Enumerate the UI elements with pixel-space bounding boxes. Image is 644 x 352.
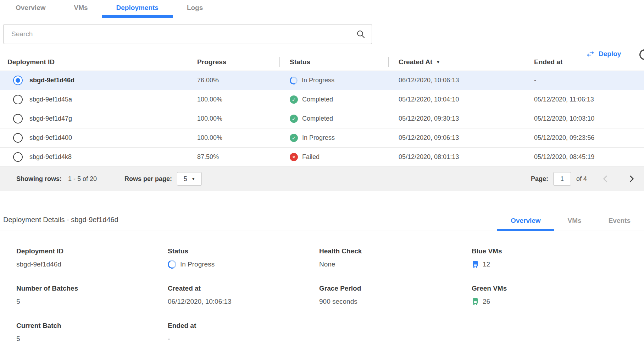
detail-field-grace-period: Grace Period 900 seconds bbox=[319, 285, 472, 306]
table-row[interactable]: sbgd-9ef1d4k8 87.50% Failed 05/12/2020, … bbox=[0, 148, 644, 167]
next-page-button[interactable] bbox=[624, 172, 638, 186]
table-row[interactable]: sbgd-9ef1d400 100.00% In Progress 05/12/… bbox=[0, 128, 644, 148]
detail-field-blue-vms: Blue VMs 12 bbox=[472, 247, 644, 269]
detail-field-label: Blue VMs bbox=[472, 247, 644, 255]
detail-field-health-check: Health Check None bbox=[319, 247, 472, 269]
column-label: Ended at bbox=[534, 58, 562, 66]
detail-field-text: sbgd-9ef1d46d bbox=[16, 260, 61, 268]
status-value: Completed bbox=[302, 96, 333, 103]
row-radio[interactable] bbox=[13, 152, 23, 162]
column-header-status[interactable]: Status bbox=[279, 53, 388, 71]
detail-field-value: In Progress bbox=[168, 260, 319, 269]
detail-field-label: Number of Batches bbox=[16, 285, 168, 292]
row-radio[interactable] bbox=[13, 95, 23, 104]
detail-field-label: Deployment ID bbox=[16, 247, 168, 255]
details-tabs: OverviewVMsEvents bbox=[497, 217, 644, 231]
details-header: Deployment Details - sbgd-9ef1d46d Overv… bbox=[0, 212, 644, 231]
column-header-progress[interactable]: Progress bbox=[187, 53, 279, 71]
detail-field-green-vms: Green VMs 26 bbox=[472, 285, 644, 306]
rows-per-page-value: 5 bbox=[184, 175, 187, 183]
detail-field-created-at: Created at 06/12/2020, 10:06:13 bbox=[168, 285, 319, 306]
table-body: sbgd-9ef1d46d 76.00% In Progress 06/12/2… bbox=[0, 71, 644, 167]
chevron-down-icon: ▼ bbox=[191, 177, 195, 181]
created-at-value: 05/12/2020, 09:30:13 bbox=[399, 115, 459, 122]
progress-cell: 76.00% bbox=[187, 77, 279, 84]
details-tab-overview[interactable]: Overview bbox=[497, 217, 554, 231]
vm-icon bbox=[472, 298, 479, 306]
details-tab-events[interactable]: Events bbox=[595, 217, 644, 231]
detail-field-label: Grace Period bbox=[319, 285, 472, 292]
status-cell: Failed bbox=[279, 153, 388, 161]
status-cell: Completed bbox=[279, 115, 388, 123]
column-label: Status bbox=[290, 58, 310, 66]
detail-field-number-of-batches: Number of Batches 5 bbox=[16, 285, 168, 306]
ended-at-cell: - bbox=[524, 77, 644, 84]
column-header-created-at[interactable]: Created At ▼ bbox=[388, 53, 524, 71]
table-header-row: Deployment ID Progress Status Created At… bbox=[0, 53, 644, 71]
progress-cell: 100.00% bbox=[187, 134, 279, 142]
detail-field-text: - bbox=[168, 335, 170, 343]
detail-field-text: 900 seconds bbox=[319, 298, 357, 306]
ended-at-cell: 05/12/2020, 10:03:10 bbox=[524, 115, 644, 122]
created-at-value: 05/12/2020, 09:06:13 bbox=[399, 134, 459, 142]
status-cell: In Progress bbox=[279, 77, 388, 84]
status-value: In Progress bbox=[302, 77, 334, 84]
progress-value: 76.00% bbox=[197, 77, 219, 84]
detail-field-text: None bbox=[319, 260, 335, 268]
progress-value: 100.00% bbox=[197, 134, 222, 142]
pagination-bar: Showing rows: 1 - 5 of 20 Rows per page:… bbox=[0, 167, 644, 191]
detail-field-ended-at: Ended at - bbox=[168, 322, 319, 343]
detail-field-current-batch: Current Batch 5 bbox=[16, 322, 168, 343]
detail-field-deployment-id: Deployment ID sbgd-9ef1d46d bbox=[16, 247, 168, 269]
details-tab-vms[interactable]: VMs bbox=[554, 217, 595, 231]
rows-per-page-select[interactable]: 5 ▼ bbox=[177, 172, 202, 186]
detail-field-value: 12 bbox=[472, 260, 644, 269]
detail-field-text: 26 bbox=[483, 298, 490, 306]
table-row[interactable]: sbgd-9ef1d45a 100.00% Completed 05/12/20… bbox=[0, 90, 644, 109]
detail-field-text: 5 bbox=[16, 298, 20, 306]
table-row[interactable]: sbgd-9ef1d47g 100.00% Completed 05/12/20… bbox=[0, 109, 644, 128]
detail-field-label: Health Check bbox=[319, 247, 472, 255]
deployment-id-value: sbgd-9ef1d46d bbox=[29, 77, 74, 84]
check-circle-icon bbox=[290, 134, 298, 142]
row-radio[interactable] bbox=[13, 133, 23, 143]
detail-field-label: Ended at bbox=[168, 322, 319, 330]
page-number-input[interactable] bbox=[553, 172, 571, 186]
created-at-value: 05/12/2020, 10:04:10 bbox=[399, 96, 459, 103]
column-label: Deployment ID bbox=[7, 58, 55, 66]
ended-at-value: 05/12/2020, 10:03:10 bbox=[534, 115, 594, 122]
tab-logs[interactable]: Logs bbox=[173, 0, 217, 18]
detail-field-text: In Progress bbox=[180, 260, 215, 268]
previous-page-button[interactable] bbox=[599, 172, 613, 186]
ended-at-value: 05/12/2020, 11:06:13 bbox=[534, 96, 594, 103]
row-radio[interactable] bbox=[13, 114, 23, 123]
column-label: Progress bbox=[197, 58, 226, 66]
detail-field-label: Created at bbox=[168, 285, 319, 292]
tab-deployments[interactable]: Deployments bbox=[102, 0, 173, 18]
progress-value: 100.00% bbox=[197, 115, 222, 122]
column-header-ended-at[interactable]: Ended at bbox=[524, 53, 644, 71]
detail-field-value: 06/12/2020, 10:06:13 bbox=[168, 297, 319, 306]
tab-overview[interactable]: Overview bbox=[1, 0, 60, 18]
deployment-id-cell: sbgd-9ef1d47g bbox=[0, 114, 187, 123]
tab-vms[interactable]: VMs bbox=[60, 0, 102, 18]
search-input[interactable] bbox=[3, 24, 372, 44]
table-row[interactable]: sbgd-9ef1d46d 76.00% In Progress 06/12/2… bbox=[0, 71, 644, 90]
search-icon bbox=[356, 29, 366, 39]
showing-rows-value: 1 - 5 of 20 bbox=[68, 175, 97, 183]
spinner-icon bbox=[289, 76, 299, 86]
ended-at-value: 05/12/2020, 08:45:19 bbox=[534, 153, 594, 161]
row-radio[interactable] bbox=[13, 76, 23, 85]
deployment-id-value: sbgd-9ef1d45a bbox=[29, 96, 72, 103]
status-value: Failed bbox=[302, 153, 320, 161]
deployment-id-cell: sbgd-9ef1d45a bbox=[0, 95, 187, 104]
detail-field-status: Status In Progress bbox=[168, 247, 319, 269]
detail-field-value: 5 bbox=[16, 297, 168, 306]
column-label: Created At bbox=[399, 58, 432, 66]
column-header-deployment-id[interactable]: Deployment ID bbox=[0, 53, 187, 71]
toolbar: Deploy bbox=[0, 18, 644, 53]
deployment-details-panel: Deployment Details - sbgd-9ef1d46d Overv… bbox=[0, 212, 644, 343]
rows-per-page-label: Rows per page: bbox=[124, 175, 172, 183]
progress-cell: 87.50% bbox=[187, 153, 279, 161]
error-circle-icon bbox=[290, 153, 298, 161]
